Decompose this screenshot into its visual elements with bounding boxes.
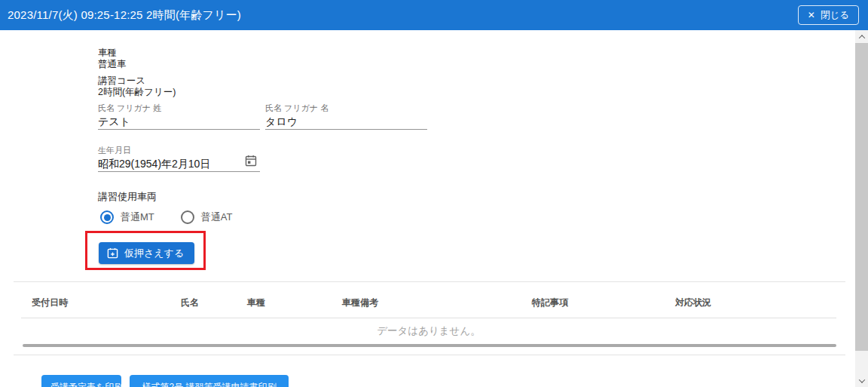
print-schedule-button[interactable]: 受講予定表を印刷 bbox=[41, 375, 121, 387]
dialog-header: 2023/11/7(火) 09:25-12:25 2時間(年齢フリー) ✕ 閉じ… bbox=[0, 0, 868, 30]
scrollbar-thumb[interactable] bbox=[855, 43, 868, 351]
horizontal-scrollbar[interactable] bbox=[23, 344, 836, 347]
name-first-kana-label: 氏名 フリガナ 名 bbox=[265, 103, 427, 113]
col-reception-datetime: 受付日時 bbox=[32, 296, 68, 309]
radio-futsu-at[interactable]: 普通AT bbox=[181, 210, 233, 224]
birth-date-value: 昭和29(1954)年2月10日 bbox=[98, 157, 260, 171]
name-first-kana-field[interactable]: 氏名 フリガナ 名 タロウ bbox=[265, 103, 427, 130]
scroll-down-icon[interactable] bbox=[855, 374, 868, 387]
col-vehicle-type: 車種 bbox=[247, 296, 265, 309]
reception-table-header: 受付日時 氏名 車種 車種備考 特記事項 対応状況 bbox=[21, 288, 836, 318]
scroll-up-icon[interactable] bbox=[855, 30, 868, 43]
close-button-label: 閉じる bbox=[821, 9, 849, 22]
print-application-form-button[interactable]: 様式第2号 講習等受講申請書印刷 bbox=[130, 375, 289, 387]
close-icon: ✕ bbox=[808, 11, 815, 20]
divider bbox=[14, 355, 845, 355]
calendar-icon[interactable] bbox=[245, 155, 257, 167]
divider bbox=[14, 281, 845, 282]
radio-futsu-mt[interactable]: 普通MT bbox=[100, 210, 154, 224]
name-first-kana-value: タロウ bbox=[265, 115, 427, 129]
birth-date-field[interactable]: 生年月日 昭和29(1954)年2月10日 bbox=[98, 146, 260, 172]
calendar-plus-icon bbox=[107, 247, 118, 259]
reserve-button[interactable]: 仮押さえする bbox=[99, 242, 194, 264]
reservation-dialog: 2023/11/7(火) 09:25-12:25 2時間(年齢フリー) ✕ 閉じ… bbox=[0, 0, 868, 387]
table-empty-message: データはありません。 bbox=[21, 324, 836, 338]
annotation-highlight-box: 仮押さえする bbox=[85, 231, 206, 270]
col-special-notes: 特記事項 bbox=[532, 296, 568, 309]
name-last-kana-field[interactable]: 氏名 フリガナ 姓 テスト bbox=[98, 103, 260, 130]
close-button[interactable]: ✕ 閉じる bbox=[798, 5, 859, 25]
radio-circle-icon bbox=[181, 210, 194, 224]
col-response-status: 対応状況 bbox=[675, 296, 711, 309]
col-name: 氏名 bbox=[181, 296, 199, 309]
reserve-button-label: 仮押さえする bbox=[124, 247, 184, 260]
radio-circle-icon bbox=[100, 210, 114, 224]
col-vehicle-note: 車種備考 bbox=[342, 296, 378, 309]
training-vehicle-label: 講習使用車両 bbox=[98, 190, 157, 204]
dialog-title: 2023/11/7(火) 09:25-12:25 2時間(年齢フリー) bbox=[0, 8, 241, 23]
radio-futsu-at-label: 普通AT bbox=[201, 210, 233, 224]
name-last-kana-value: テスト bbox=[98, 115, 260, 129]
vertical-scrollbar[interactable] bbox=[855, 30, 868, 387]
birth-date-label: 生年月日 bbox=[98, 146, 260, 155]
course-value: 2時間(年齢フリー) bbox=[98, 86, 176, 99]
training-vehicle-radio-group: 普通MT 普通AT bbox=[100, 210, 232, 224]
name-last-kana-label: 氏名 フリガナ 姓 bbox=[98, 103, 260, 113]
vehicle-type-value: 普通車 bbox=[98, 58, 127, 71]
radio-futsu-mt-label: 普通MT bbox=[121, 210, 154, 224]
